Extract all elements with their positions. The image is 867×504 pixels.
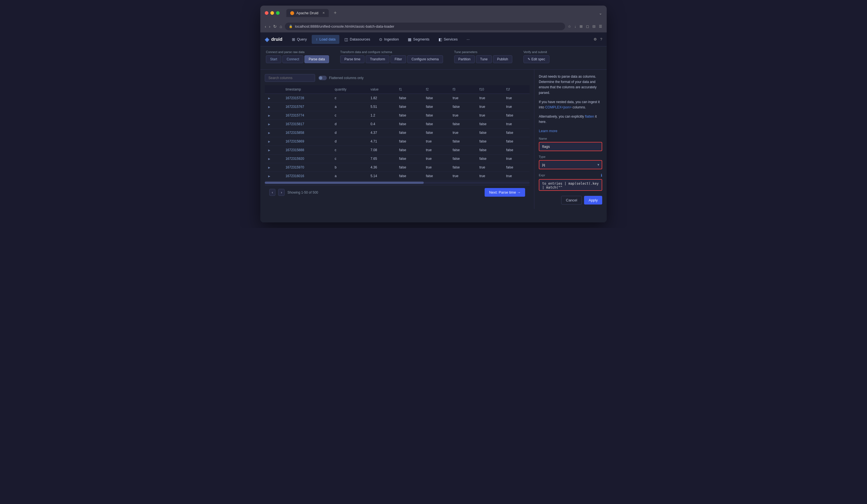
step-edit-spec-button[interactable]: ✎ Edit spec [523, 55, 549, 63]
col-timestamp: timestamp [282, 85, 331, 94]
home-button[interactable]: ⌂ [280, 24, 282, 29]
next-page-button[interactable]: › [278, 189, 284, 196]
row-expander[interactable]: ▶ [265, 154, 282, 163]
sidebar-item-datasources[interactable]: ◫ Datasources [341, 35, 374, 44]
forward-button[interactable]: › [269, 24, 270, 29]
row-f2: false [422, 111, 449, 120]
sidebar-item-load-data[interactable]: ↑ Load data [312, 35, 339, 44]
scrollbar-thumb[interactable] [265, 182, 424, 184]
type-select[interactable]: jq string long double float complex [539, 160, 602, 169]
row-f1f: true [503, 94, 529, 103]
browser-window: Apache Druid ✕ + ⌄ ‹ › ↻ ⌂ 🔒 localhost:8… [260, 6, 607, 222]
row-f2: false [422, 129, 449, 137]
row-quantity: a [331, 103, 367, 111]
sidebar-item-services[interactable]: ◧ Services [435, 35, 462, 44]
step-buttons-1: Start Connect Parse data [266, 55, 329, 63]
datasources-icon: ◫ [344, 37, 348, 42]
next-step-button[interactable]: Next: Parse time → [485, 188, 525, 197]
row-f3: false [449, 137, 476, 146]
row-expander[interactable]: ▶ [265, 103, 282, 111]
row-expander[interactable]: ▶ [265, 129, 282, 137]
logo-icon: ◈ [265, 36, 269, 43]
sidebar-item-query[interactable]: ⊞ Query [288, 35, 311, 44]
step-transform-button[interactable]: Transform [366, 55, 389, 63]
url-bar[interactable]: 🔒 localhost:8888/unified-console.html#cl… [285, 23, 565, 30]
sidebar-item-ingestion[interactable]: ⊙ Ingestion [375, 35, 403, 44]
step-tune-button[interactable]: Tune [476, 55, 492, 63]
menu-icon[interactable]: ☰ [599, 24, 602, 29]
horizontal-scrollbar[interactable] [265, 182, 529, 184]
row-f2: false [422, 103, 449, 111]
row-f3: false [449, 103, 476, 111]
settings-icon[interactable]: ⊟ [592, 24, 596, 29]
learn-more-link[interactable]: Learn more [539, 129, 602, 133]
segments-icon: ▦ [408, 37, 411, 42]
flattened-toggle[interactable] [319, 76, 327, 80]
prev-page-button[interactable]: ‹ [269, 189, 275, 196]
sidebar-item-segments[interactable]: ▦ Segments [404, 35, 434, 44]
row-expander[interactable]: ▶ [265, 120, 282, 129]
url-text[interactable]: localhost:8888/unified-console.html#clas… [295, 24, 394, 29]
row-f1: false [396, 120, 422, 129]
step-filter-button[interactable]: Filter [390, 55, 406, 63]
close-button[interactable] [265, 11, 268, 15]
info-icon[interactable]: ℹ [601, 173, 602, 178]
step-publish-button[interactable]: Publish [493, 55, 512, 63]
new-tab-button[interactable]: + [334, 10, 337, 16]
row-timestamp: 1672315728 [282, 94, 331, 103]
profile-icon[interactable]: ◻ [586, 24, 589, 29]
step-parse-data-button[interactable]: Parse data [304, 55, 329, 63]
flattened-toggle-label[interactable]: Flattened columns only [319, 76, 363, 80]
row-expander[interactable]: ▶ [265, 163, 282, 172]
table-row: ▶ 1672315888 c 7.08 false true false fal… [265, 146, 529, 154]
name-label: Name [539, 137, 602, 140]
settings-nav-icon[interactable]: ⚙ [593, 37, 597, 41]
nav-datasources-label: Datasources [350, 37, 370, 41]
row-f1: false [396, 111, 422, 120]
download-icon[interactable]: ↓ [575, 24, 577, 29]
row-f10: true [476, 163, 503, 172]
step-partition-button[interactable]: Partition [454, 55, 475, 63]
row-f3: true [449, 129, 476, 137]
traffic-lights [265, 11, 280, 15]
step-start-button[interactable]: Start [266, 55, 281, 63]
flattened-label-text: Flattened columns only [329, 76, 363, 80]
row-f1: false [396, 163, 422, 172]
star-icon[interactable]: ☆ [568, 24, 571, 29]
row-f1f: true [503, 154, 529, 163]
apply-button[interactable]: Apply [584, 196, 602, 204]
back-button[interactable]: ‹ [265, 24, 266, 29]
step-configure-schema-button[interactable]: Configure schema [407, 55, 443, 63]
minimize-button[interactable] [270, 11, 274, 15]
reload-button[interactable]: ↻ [273, 24, 277, 29]
complex-json-link[interactable]: COMPLEX<json> [545, 105, 572, 109]
tab-close-icon[interactable]: ✕ [322, 11, 325, 15]
step-group-verify: Verify and submit ✎ Edit spec [523, 50, 549, 63]
row-f1: false [396, 137, 422, 146]
name-input[interactable] [539, 142, 602, 151]
table-scroll-container[interactable]: timestamp quantity value f1 f2 f3 f10 f1… [265, 85, 529, 181]
row-expander[interactable]: ▶ [265, 94, 282, 103]
row-quantity: d [331, 137, 367, 146]
search-input[interactable] [265, 74, 315, 82]
cancel-button[interactable]: Cancel [561, 196, 582, 204]
expr-textarea[interactable]: to_entries | map(select(.key | match("^ [539, 179, 602, 191]
maximize-button[interactable] [276, 11, 280, 15]
extensions-icon[interactable]: ⊞ [580, 24, 583, 29]
step-parse-time-button[interactable]: Parse time [340, 55, 364, 63]
row-f10: true [476, 172, 503, 181]
help-nav-icon[interactable]: ? [600, 37, 602, 41]
flatten-link[interactable]: flatten [585, 115, 594, 118]
row-expander[interactable]: ▶ [265, 137, 282, 146]
browser-tab[interactable]: Apache Druid ✕ [286, 9, 329, 17]
table-row: ▶ 1672315817 d 0.4 false false false fal… [265, 120, 529, 129]
row-expander[interactable]: ▶ [265, 111, 282, 120]
row-expander[interactable]: ▶ [265, 172, 282, 181]
sidebar-item-more[interactable]: ··· [462, 35, 473, 44]
nav-services-label: Services [444, 37, 458, 41]
table-row: ▶ 1672315767 a 5.51 false false false tr… [265, 103, 529, 111]
row-f10: false [476, 129, 503, 137]
row-expander[interactable]: ▶ [265, 146, 282, 154]
row-f1: false [396, 103, 422, 111]
step-connect-button[interactable]: Connect [282, 55, 303, 63]
